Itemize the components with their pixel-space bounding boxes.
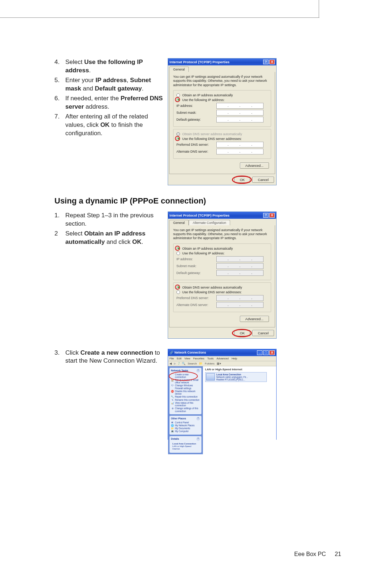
ok-button[interactable]: OK (234, 177, 250, 183)
ip-address-input: ... (216, 256, 264, 262)
tab-general[interactable]: General (169, 67, 189, 72)
ip-address-input[interactable]: ... (216, 103, 264, 109)
task-home-network[interactable]: 🏠Set up a home or small office network (171, 379, 200, 384)
menu-favorites[interactable]: Favorites (193, 357, 204, 360)
link-my-documents[interactable]: 📁My Documents (171, 427, 200, 430)
subnet-mask-input: ... (216, 263, 264, 269)
task-rename[interactable]: ✎Rename this connection (171, 399, 200, 401)
help-icon[interactable]: ? (263, 60, 269, 64)
maximize-icon[interactable]: □ (263, 350, 269, 355)
radio-auto-dns (176, 132, 180, 136)
tab-general[interactable]: General (169, 220, 189, 225)
task-firewall[interactable]: 🛡Change Windows Firewall settings (171, 384, 200, 389)
menu-file[interactable]: File (170, 357, 174, 360)
default-gateway-input: ... (216, 270, 264, 276)
category-label: LAN or High-Speed Internet (205, 368, 274, 371)
menu-view[interactable]: View (184, 357, 190, 360)
radio-auto-ip[interactable] (176, 93, 180, 97)
dialog-title: Internet Protocol (TCP/IP) Properties (170, 60, 229, 64)
radio-use-dns[interactable] (176, 290, 180, 294)
ordered-list-top: 4.Select Use the following IP address.5.… (54, 58, 163, 137)
list-item: 5.Enter your IP address, Subnet mask and… (54, 76, 163, 93)
alternate-dns-input[interactable]: ... (216, 149, 264, 154)
connections-area: LAN or High-Speed Internet Local Area Co… (203, 366, 276, 455)
section-heading: Using a dynamic IP (PPPoE connection) (54, 196, 341, 206)
tcpip-properties-dialog-static: Internet Protocol (TCP/IP) Properties ? … (168, 58, 277, 185)
list-item: 4.Select Use the following IP address. (54, 58, 163, 75)
side-panel: Network Tasks⌃ 📄Create a new connection … (168, 366, 203, 455)
ordered-list-mid: 1.Repeat Step 1–3 in the previous sectio… (54, 212, 163, 246)
folders-icon[interactable]: 📁 (199, 362, 203, 365)
subnet-mask-input[interactable]: ... (216, 110, 264, 116)
forward-icon[interactable]: ▶ (174, 362, 176, 365)
page-content: 4.Select Use the following IP address.5.… (54, 58, 341, 450)
row-steps-4-7: 4.Select Use the following IP address.5.… (54, 58, 341, 185)
task-repair[interactable]: 🔧Repair this connection (171, 395, 200, 398)
row-steps-1-2: 1.Repeat Step 1–3 in the previous sectio… (54, 212, 341, 339)
link-network-places[interactable]: 🌐My Network Places (171, 424, 200, 427)
default-gateway-input[interactable]: ... (216, 117, 264, 122)
chevron-up-icon[interactable]: ⌃ (196, 437, 200, 441)
menu-bar: FileEditViewFavoritesToolsAdvancedHelp (168, 356, 276, 361)
dialog-description: You can get IP settings assigned automat… (173, 75, 271, 87)
preferred-dns-input[interactable]: ... (216, 142, 264, 148)
radio-auto-dns[interactable] (176, 286, 180, 289)
up-icon[interactable]: ⤴ (178, 362, 180, 365)
search-icon[interactable]: 🔍 (182, 362, 185, 365)
details-box: Local Area Connection LAN or High-Speed … (171, 442, 200, 452)
task-view-status[interactable]: 📊View status of this connection (171, 402, 200, 407)
network-icon: 🔗 (170, 351, 173, 354)
network-connections-window: 🔗 Network Connections _ □ X FileEditView… (168, 349, 277, 440)
tab-alternate[interactable]: Alternate Configuration (189, 220, 230, 225)
views-icon[interactable]: ▦▾ (217, 362, 221, 365)
close-icon[interactable]: X (269, 60, 275, 64)
connection-item[interactable]: Local Area Connection Network cable unpl… (205, 372, 267, 382)
close-icon[interactable]: X (269, 213, 275, 218)
ok-button[interactable]: OK (234, 330, 250, 336)
list-item: 3.Click Create a new connection to start… (54, 349, 163, 366)
link-my-computer[interactable]: 💻My Computer (171, 430, 200, 432)
advanced-button[interactable]: Advanced... (240, 316, 269, 322)
link-control-panel[interactable]: 🛠Control Panel (171, 421, 200, 424)
row-step-3: 3.Click Create a new connection to start… (54, 349, 341, 440)
toolbar: ◀ ▶ ⤴ 🔍Search 📁Folders ▦▾ (168, 361, 276, 366)
radio-use-dns[interactable] (176, 137, 180, 141)
back-icon[interactable]: ◀ (170, 362, 172, 365)
preferred-dns-input: ... (216, 295, 264, 301)
help-icon[interactable]: ? (263, 213, 269, 218)
close-icon[interactable]: X (269, 350, 275, 355)
radio-use-ip[interactable] (176, 251, 180, 255)
cancel-button[interactable]: Cancel (252, 177, 274, 183)
alternate-dns-input: ... (216, 302, 264, 308)
chevron-up-icon[interactable]: ⌃ (196, 369, 200, 372)
crop-rule-vertical (319, 0, 319, 17)
task-create-connection[interactable]: 📄Create a new connection (171, 373, 200, 378)
list-item: 7.After entering all of the related valu… (54, 113, 163, 138)
radio-use-ip[interactable] (176, 98, 180, 102)
menu-tools[interactable]: Tools (207, 357, 214, 360)
tcpip-properties-dialog-auto: Internet Protocol (TCP/IP) Properties ? … (168, 212, 277, 339)
crop-rule-horizontal (0, 17, 319, 18)
dialog-title: Internet Protocol (TCP/IP) Properties (170, 213, 229, 217)
page-footer: Eee Box PC 21 (294, 551, 341, 557)
list-item: 6.If needed, enter the Preferred DNS ser… (54, 94, 163, 111)
list-item: 1.Repeat Step 1–3 in the previous sectio… (54, 212, 163, 228)
footer-model: Eee Box PC (294, 551, 326, 557)
cancel-button[interactable]: Cancel (252, 330, 274, 336)
menu-advanced[interactable]: Advanced (217, 357, 229, 360)
menu-edit[interactable]: Edit (177, 357, 181, 360)
radio-auto-ip[interactable] (176, 247, 180, 250)
menu-help[interactable]: Help (232, 357, 237, 360)
lan-icon (206, 373, 215, 380)
minimize-icon[interactable]: _ (257, 350, 262, 355)
advanced-button[interactable]: Advanced... (240, 162, 269, 169)
ordered-list-bot: 3.Click Create a new connection to start… (54, 349, 163, 366)
task-change-settings[interactable]: ⚙Change settings of this connection (171, 407, 200, 412)
chevron-up-icon[interactable]: ⌃ (196, 417, 200, 420)
dialog-titlebar: Internet Protocol (TCP/IP) Properties ? … (168, 59, 276, 65)
list-item: 2Select Obtain an IP address automatical… (54, 230, 163, 246)
task-disable[interactable]: ⛔Disable this network device (171, 390, 200, 395)
footer-page-number: 21 (335, 551, 341, 557)
